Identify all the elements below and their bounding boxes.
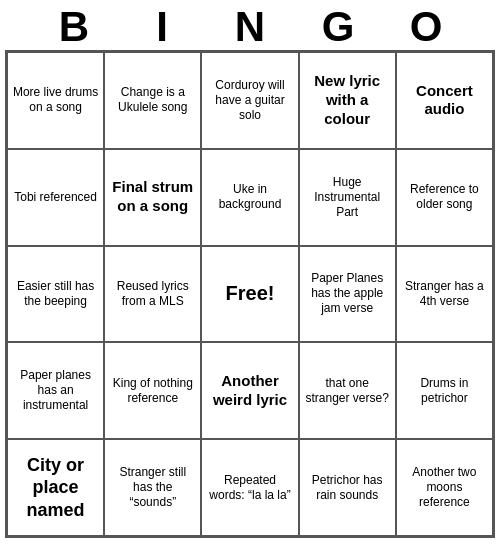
bingo-cell-21[interactable]: Stranger still has the “sounds”	[104, 439, 201, 536]
bingo-header: BINGO	[0, 0, 500, 50]
bingo-grid: More live drums on a songChange is a Uku…	[5, 50, 495, 538]
bingo-cell-16[interactable]: King of nothing reference	[104, 342, 201, 439]
bingo-letter-g: G	[294, 6, 382, 48]
bingo-cell-12[interactable]: Free!	[201, 246, 298, 343]
bingo-cell-14[interactable]: Stranger has a 4th verse	[396, 246, 493, 343]
bingo-cell-23[interactable]: Petrichor has rain sounds	[299, 439, 396, 536]
bingo-cell-2[interactable]: Corduroy will have a guitar solo	[201, 52, 298, 149]
bingo-cell-19[interactable]: Drums in petrichor	[396, 342, 493, 439]
bingo-cell-5[interactable]: Tobi referenced	[7, 149, 104, 246]
bingo-cell-1[interactable]: Change is a Ukulele song	[104, 52, 201, 149]
bingo-cell-17[interactable]: Another weird lyric	[201, 342, 298, 439]
bingo-cell-10[interactable]: Easier still has the beeping	[7, 246, 104, 343]
bingo-cell-6[interactable]: Final strum on a song	[104, 149, 201, 246]
bingo-cell-20[interactable]: City or place named	[7, 439, 104, 536]
bingo-cell-7[interactable]: Uke in background	[201, 149, 298, 246]
bingo-cell-18[interactable]: that one stranger verse?	[299, 342, 396, 439]
bingo-cell-0[interactable]: More live drums on a song	[7, 52, 104, 149]
bingo-cell-24[interactable]: Another two moons reference	[396, 439, 493, 536]
bingo-letter-o: O	[382, 6, 470, 48]
bingo-cell-11[interactable]: Reused lyrics from a MLS	[104, 246, 201, 343]
bingo-cell-9[interactable]: Reference to older song	[396, 149, 493, 246]
bingo-cell-3[interactable]: New lyric with a colour	[299, 52, 396, 149]
bingo-cell-13[interactable]: Paper Planes has the apple jam verse	[299, 246, 396, 343]
bingo-cell-4[interactable]: Concert audio	[396, 52, 493, 149]
bingo-letter-n: N	[206, 6, 294, 48]
bingo-letter-i: I	[118, 6, 206, 48]
bingo-letter-b: B	[30, 6, 118, 48]
bingo-cell-15[interactable]: Paper planes has an instrumental	[7, 342, 104, 439]
bingo-cell-8[interactable]: Huge Instrumental Part	[299, 149, 396, 246]
bingo-cell-22[interactable]: Repeated words: “la la la”	[201, 439, 298, 536]
